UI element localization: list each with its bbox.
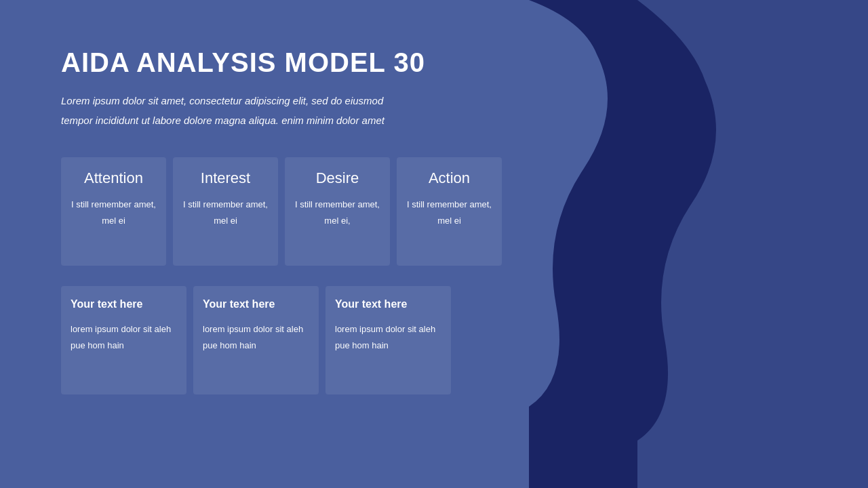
page-subtitle: Lorem ipsum dolor sit amet, consectetur …: [61, 92, 414, 130]
aida-card-desire-text: I still remember amet, mel ei,: [292, 197, 383, 229]
aida-card-attention-title: Attention: [84, 169, 143, 187]
bottom-card-3: Your text here lorem ipsum dolor sit ale…: [326, 286, 451, 394]
bottom-cards-row: Your text here lorem ipsum dolor sit ale…: [61, 286, 807, 394]
aida-card-action-title: Action: [429, 169, 470, 187]
page-title: AIDA ANALYSIS MODEL 30: [61, 47, 807, 78]
main-content: AIDA ANALYSIS MODEL 30 Lorem ipsum dolor…: [0, 0, 868, 488]
bottom-card-3-text: lorem ipsum dolor sit aleh pue hom hain: [335, 321, 441, 354]
aida-card-interest-text: I still remember amet, mel ei: [180, 197, 271, 229]
bottom-card-2-text: lorem ipsum dolor sit aleh pue hom hain: [203, 321, 309, 354]
bottom-card-1-title: Your text here: [71, 298, 142, 310]
bottom-card-1: Your text here lorem ipsum dolor sit ale…: [61, 286, 186, 394]
aida-card-desire: Desire I still remember amet, mel ei,: [285, 157, 390, 266]
bottom-card-3-title: Your text here: [335, 298, 407, 310]
bottom-card-2-title: Your text here: [203, 298, 275, 310]
aida-card-attention-text: I still remember amet, mel ei: [68, 197, 159, 229]
aida-card-attention: Attention I still remember amet, mel ei: [61, 157, 166, 266]
aida-card-desire-title: Desire: [316, 169, 359, 187]
bottom-card-1-text: lorem ipsum dolor sit aleh pue hom hain: [71, 321, 177, 354]
bottom-card-2: Your text here lorem ipsum dolor sit ale…: [193, 286, 319, 394]
aida-card-interest: Interest I still remember amet, mel ei: [173, 157, 278, 266]
aida-card-action: Action I still remember amet, mel ei: [397, 157, 502, 266]
aida-card-action-text: I still remember amet, mel ei: [403, 197, 495, 229]
aida-cards-row: Attention I still remember amet, mel ei …: [61, 157, 807, 266]
aida-card-interest-title: Interest: [201, 169, 250, 187]
